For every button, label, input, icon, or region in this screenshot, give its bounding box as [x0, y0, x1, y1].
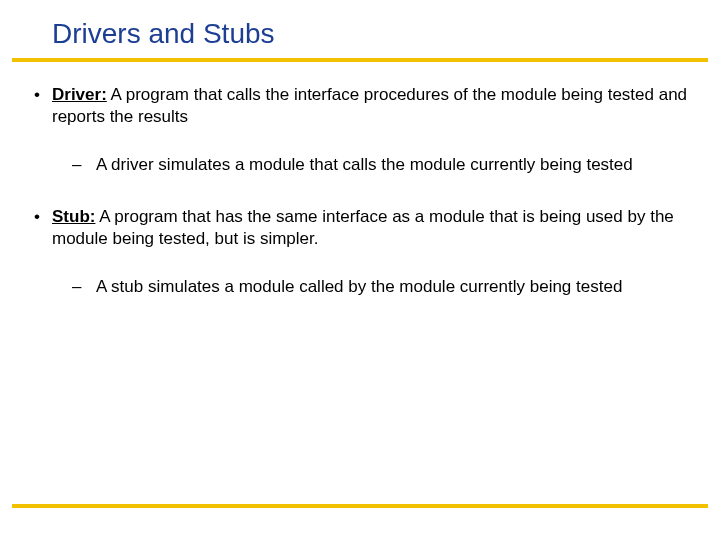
bullet-text: Driver: A program that calls the interfa…	[52, 84, 692, 128]
footer-underline	[12, 504, 708, 508]
bullet-marker: •	[28, 206, 52, 250]
term-label: Driver:	[52, 85, 107, 104]
slide-content: • Driver: A program that calls the inter…	[0, 62, 720, 299]
term-label: Stub:	[52, 207, 95, 226]
sub-bullet-item: – A driver simulates a module that calls…	[72, 154, 692, 176]
slide-title: Drivers and Stubs	[0, 0, 720, 58]
bullet-body: A program that calls the interface proce…	[52, 85, 687, 126]
bullet-item: • Driver: A program that calls the inter…	[28, 84, 692, 128]
bullet-body: A program that has the same interface as…	[52, 207, 674, 248]
sub-bullet-marker: –	[72, 276, 96, 298]
bullet-item: • Stub: A program that has the same inte…	[28, 206, 692, 250]
bullet-text: Stub: A program that has the same interf…	[52, 206, 692, 250]
sub-bullet-marker: –	[72, 154, 96, 176]
sub-bullet-item: – A stub simulates a module called by th…	[72, 276, 692, 298]
sub-bullet-text: A stub simulates a module called by the …	[96, 276, 692, 298]
bullet-marker: •	[28, 84, 52, 128]
sub-bullet-text: A driver simulates a module that calls t…	[96, 154, 692, 176]
